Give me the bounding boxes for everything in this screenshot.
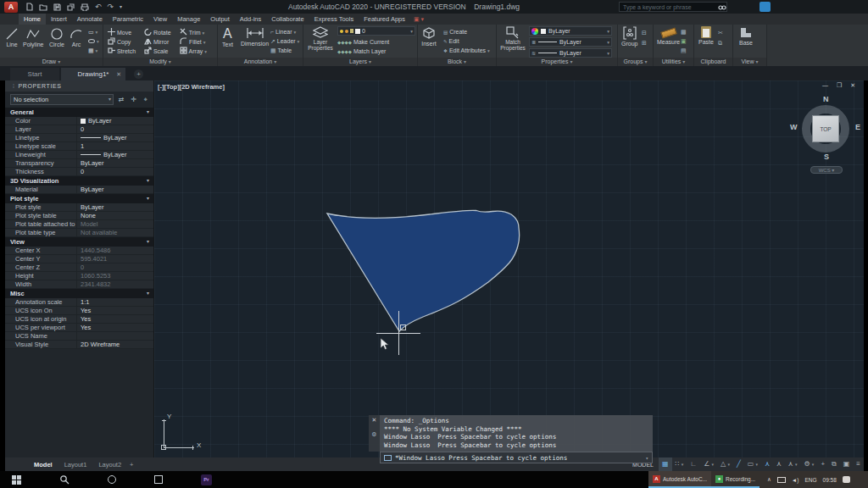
isometric-drafting-icon[interactable]: △ ▾ — [717, 458, 733, 471]
customize-command-icon[interactable]: ⚙ — [369, 430, 380, 439]
lineweight-dropdown[interactable]: ≣ ByLayer ▾ — [529, 37, 612, 47]
layout-tab-model[interactable]: Model — [29, 461, 58, 469]
new-layout-icon[interactable]: + — [130, 461, 133, 469]
palette-grip-icon[interactable]: ⁞ — [13, 83, 15, 89]
tab-view[interactable]: View — [148, 14, 172, 25]
panel-label-layers[interactable]: Layers ▾ — [303, 58, 417, 66]
viewcube-north[interactable]: N — [823, 95, 829, 103]
redo-icon[interactable]: ↷ — [108, 1, 114, 13]
arc-tool[interactable]: Arc — [70, 27, 83, 47]
autocad-logo-icon[interactable]: A — [4, 2, 18, 13]
annotation-monitor-icon[interactable]: + — [817, 458, 828, 471]
section-misc[interactable]: Misc▾ — [5, 289, 153, 298]
group-edit-icon[interactable]: ⊞ — [642, 39, 647, 47]
object-snap-icon[interactable]: ▭ ▾ — [744, 458, 761, 471]
edit-attributes-tool[interactable]: ❖ Edit Attributes ▾ — [443, 47, 490, 55]
circle-tool[interactable]: Circle — [49, 27, 64, 47]
panel-label-annotation[interactable]: Annotation ▾ — [218, 58, 303, 66]
annotation-visibility-icon[interactable]: ⋏ — [761, 458, 773, 471]
binoculars-icon[interactable] — [718, 3, 726, 11]
panel-label-properties[interactable]: Properties ▾ — [497, 58, 617, 66]
id-point-icon[interactable]: ▣ — [681, 37, 687, 45]
make-current-tool[interactable]: ◆◆◆◆ Make Current — [337, 38, 389, 47]
tab-featured-apps[interactable]: Featured Apps — [359, 14, 410, 25]
panel-label-draw[interactable]: Draw ▾ — [0, 58, 103, 66]
language-indicator[interactable]: ENG — [804, 477, 816, 483]
object-snap-tracking-icon[interactable]: ╱ — [733, 458, 744, 471]
new-tab-icon[interactable]: + — [134, 69, 143, 79]
rectangle-tool[interactable]: ▭ ▾ — [88, 28, 97, 36]
select-objects-icon[interactable]: ✛ — [129, 95, 137, 104]
save-icon[interactable] — [53, 3, 61, 11]
snap-mode-icon[interactable]: ∷ ▾ — [672, 458, 687, 471]
cut-icon[interactable]: ✂ — [718, 29, 723, 36]
calculator-icon[interactable]: ▤ — [681, 47, 687, 54]
close-command-icon[interactable]: ✕ — [369, 415, 380, 424]
section-plot-style[interactable]: Plot style▾ — [5, 194, 153, 203]
units-icon[interactable]: ⧉ — [828, 458, 840, 471]
command-dropdown-icon[interactable]: ▾ — [645, 455, 648, 461]
file-tab-drawing1[interactable]: Drawing1*✕ — [61, 68, 125, 80]
fillet-tool[interactable]: Fillet ▾ — [180, 37, 205, 47]
base-tool[interactable]: Base — [739, 26, 753, 46]
save-all-icon[interactable] — [67, 3, 75, 11]
ortho-mode-icon[interactable]: ∟ — [687, 458, 700, 471]
premiere-icon[interactable]: Pr — [201, 474, 212, 485]
hatch-tool[interactable]: ▦ ▾ — [88, 47, 97, 55]
panel-label-block[interactable]: Block ▾ — [418, 58, 496, 66]
rotate-tool[interactable]: Rotate — [144, 28, 171, 36]
match-properties-tool[interactable]: Match Properties — [500, 26, 526, 51]
qat-dropdown-icon[interactable]: ▾ — [120, 1, 122, 13]
tab-manage[interactable]: Manage — [172, 14, 205, 25]
start-button-icon[interactable] — [12, 475, 21, 485]
mirror-tool[interactable]: Mirror — [144, 37, 169, 46]
clock[interactable]: 09:58 — [823, 477, 837, 483]
viewcube-west[interactable]: W — [790, 123, 798, 131]
section-view[interactable]: View▾ — [5, 237, 153, 247]
taskbar-search-icon[interactable] — [59, 474, 70, 485]
task-view-icon[interactable] — [154, 475, 163, 484]
command-input[interactable]: *Window Lasso Press Spacebar to cycle op… — [380, 452, 653, 463]
command-history[interactable]: Command: _Options **** No System Variabl… — [380, 415, 653, 452]
linear-tool[interactable]: ⌐ Linear ▾ — [270, 28, 296, 36]
panel-label-utilities[interactable]: Utilities ▾ — [654, 58, 693, 66]
network-icon[interactable] — [777, 477, 786, 483]
object-color-dropdown[interactable]: ByLayer ▾ — [529, 26, 612, 36]
plot-icon[interactable] — [81, 3, 89, 11]
file-tab-start[interactable]: Start — [10, 68, 59, 80]
quick-calc-icon[interactable]: ▩ — [681, 28, 687, 36]
tab-insert[interactable]: Insert — [46, 14, 72, 25]
customization-icon[interactable]: ≡ — [853, 458, 864, 471]
toggle-pickadd-icon[interactable]: ⇄ — [117, 95, 125, 104]
open-file-icon[interactable] — [39, 3, 47, 11]
edit-block-tool[interactable]: ✎ Edit — [443, 37, 459, 46]
new-file-icon[interactable] — [26, 3, 33, 11]
close-tab-icon[interactable]: ✕ — [116, 68, 121, 80]
copy-clip-icon[interactable]: ⧉ — [718, 39, 722, 47]
array-tool[interactable]: Array ▾ — [180, 47, 207, 56]
tab-parametric[interactable]: Parametric — [108, 14, 148, 25]
match-layer-tool[interactable]: ◆◆◆◆ Match Layer — [337, 47, 386, 56]
wcs-dropdown[interactable]: WCS ▾ — [810, 166, 843, 174]
workspace-switching-icon[interactable]: ⚙ ▾ — [800, 458, 817, 471]
undo-icon[interactable]: ↶ — [95, 1, 102, 13]
tab-collaborate[interactable]: Collaborate — [266, 14, 309, 25]
tab-express-tools[interactable]: Express Tools — [309, 14, 359, 25]
annotation-scale-icon[interactable]: ⋏ ▾ — [785, 458, 801, 471]
drawing-canvas[interactable]: [-][Top][2D Wireframe] — ❒ ✕ N W E S TOP… — [154, 80, 864, 458]
ellipse-tool[interactable]: ▾ — [88, 37, 99, 46]
help-search-box[interactable]: Type a keyword or phrase — [619, 2, 727, 12]
panel-label-groups[interactable]: Groups ▾ — [618, 58, 653, 66]
viewcube-east[interactable]: E — [855, 123, 860, 131]
linetype-dropdown[interactable]: ≋ ByLayer ▾ — [529, 48, 612, 58]
taskbar-app-recording[interactable]: ● Recording... — [711, 471, 760, 488]
section-general[interactable]: General▾ — [5, 108, 153, 117]
taskbar-app-autocad[interactable]: A Autodesk AutoC... — [648, 471, 711, 488]
panel-label-modify[interactable]: Modify ▾ — [103, 58, 217, 66]
table-tool[interactable]: ▦ Table — [270, 47, 292, 54]
trim-tool[interactable]: Trim ▾ — [180, 28, 204, 37]
ungroup-icon[interactable]: ⊟ — [642, 29, 647, 36]
layout-tab-layout2[interactable]: Layout2 — [93, 461, 126, 469]
grid-display-icon[interactable]: ▦ — [659, 458, 672, 471]
section-3d-visualization[interactable]: 3D Visualization▾ — [5, 176, 153, 186]
